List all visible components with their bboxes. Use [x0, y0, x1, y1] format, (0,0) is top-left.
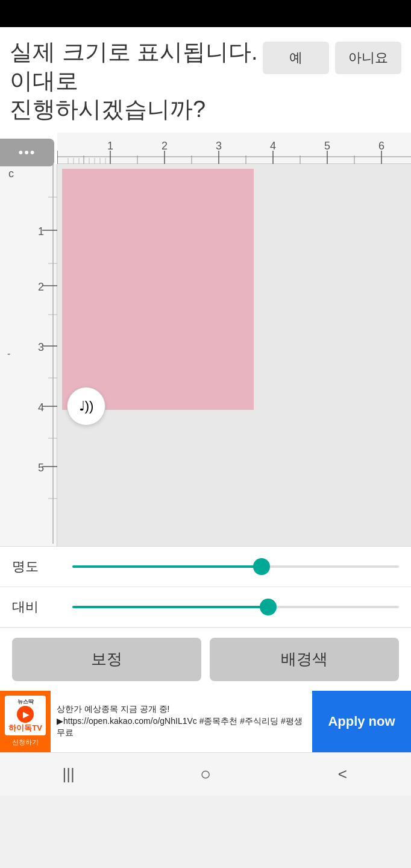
- svg-text:-: -: [7, 348, 10, 359]
- sliders-section: 명도 대비: [0, 546, 411, 627]
- ruler-area: ••• 1 2 3 4 5 6: [0, 133, 411, 546]
- dots-icon: •••: [18, 145, 36, 160]
- back-nav-icon: <: [338, 765, 347, 784]
- ad-content-text: 상한가 예상종목 지금 공개 중! ▶https://open.kakao.co…: [57, 703, 306, 739]
- svg-text:6: 6: [378, 140, 384, 152]
- svg-text:c: c: [8, 168, 14, 180]
- ad-icon-area: 뉴스딱 ▶ 하이독TV 신청하기: [0, 691, 51, 752]
- no-button[interactable]: 아니요: [335, 42, 401, 74]
- contrast-label: 대비: [12, 598, 60, 616]
- svg-text:4: 4: [38, 401, 44, 414]
- photo-container: ♩)): [57, 164, 411, 546]
- brightness-label: 명도: [12, 558, 60, 576]
- contrast-slider-row: 대비: [0, 587, 411, 627]
- content-area: 1 2 3 4 5 c -: [0, 164, 411, 546]
- ad-brand-icon: 뉴스딱 ▶ 하이독TV: [5, 696, 46, 735]
- apply-now-button[interactable]: Apply now: [312, 691, 411, 752]
- contrast-track[interactable]: [72, 606, 399, 608]
- contrast-fill: [72, 606, 268, 608]
- header-buttons: 예 아니요: [263, 42, 401, 74]
- background-color-button[interactable]: 배경색: [210, 638, 399, 681]
- svg-text:4: 4: [270, 140, 276, 152]
- ad-play-icon: ▶: [17, 706, 34, 723]
- brightness-track[interactable]: [72, 565, 399, 568]
- svg-text:5: 5: [38, 462, 44, 474]
- audio-button[interactable]: ♩)): [67, 387, 105, 426]
- brightness-thumb[interactable]: [253, 558, 270, 575]
- home-nav-button[interactable]: ○: [187, 756, 224, 792]
- h-ruler-svg: 1 2 3 4 5 6: [57, 133, 411, 164]
- ad-text-area: 상한가 예상종목 지금 공개 중! ▶https://open.kakao.co…: [51, 691, 312, 752]
- ad-brand-top: 뉴스딱: [8, 698, 42, 706]
- ad-banner: 뉴스딱 ▶ 하이독TV 신청하기 상한가 예상종목 지금 공개 중! ▶http…: [0, 691, 411, 752]
- vertical-ruler: 1 2 3 4 5 c -: [0, 164, 57, 546]
- header-section: 실제 크기로 표시됩니다. 이대로 진행하시겠습니까? 예 아니요: [0, 27, 411, 133]
- three-dot-menu[interactable]: •••: [0, 139, 54, 166]
- menu-nav-icon: |||: [63, 765, 75, 784]
- brightness-fill: [72, 565, 262, 568]
- v-ruler-svg: 1 2 3 4 5 c -: [0, 164, 57, 544]
- question-text: 실제 크기로 표시됩니다. 이대로 진행하시겠습니까?: [10, 38, 263, 124]
- svg-text:2: 2: [38, 281, 44, 293]
- ad-signup-text: 신청하기: [5, 738, 46, 747]
- home-nav-icon: ○: [200, 764, 211, 784]
- svg-text:3: 3: [216, 140, 222, 152]
- svg-text:2: 2: [162, 140, 168, 152]
- correction-button[interactable]: 보정: [12, 638, 201, 681]
- svg-text:1: 1: [38, 225, 44, 237]
- horizontal-ruler: 1 2 3 4 5 6: [57, 133, 411, 164]
- bottom-buttons: 보정 배경색: [0, 627, 411, 691]
- svg-text:1: 1: [107, 140, 113, 152]
- brightness-slider-row: 명도: [0, 547, 411, 587]
- audio-icon: ♩)): [79, 398, 94, 414]
- svg-text:5: 5: [324, 140, 330, 152]
- status-bar: [0, 0, 411, 27]
- ad-brand-name: 하이독TV: [8, 724, 42, 732]
- contrast-thumb[interactable]: [260, 599, 277, 615]
- back-nav-button[interactable]: <: [324, 756, 360, 792]
- photo-background: [62, 169, 254, 410]
- yes-button[interactable]: 예: [263, 42, 329, 74]
- svg-text:3: 3: [38, 341, 44, 353]
- menu-nav-button[interactable]: |||: [51, 756, 87, 792]
- bottom-navigation: ||| ○ <: [0, 752, 411, 796]
- passport-photo: [62, 169, 254, 410]
